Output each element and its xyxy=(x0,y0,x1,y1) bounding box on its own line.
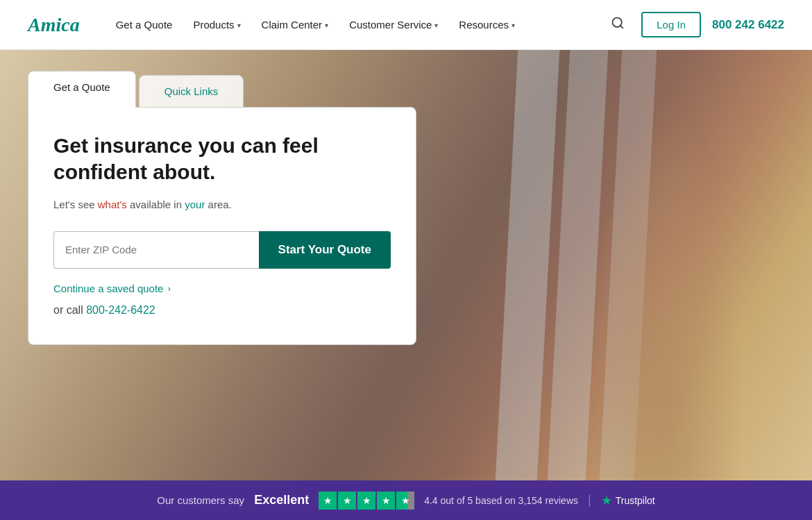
hero-section: Get a Quote Quick Links Get insurance yo… xyxy=(0,50,812,480)
tp-star-2: ★ xyxy=(338,492,356,510)
tp-star-3: ★ xyxy=(357,492,375,510)
login-button[interactable]: Log In xyxy=(641,12,701,37)
nav-claim-center[interactable]: Claim Center ▾ xyxy=(253,13,337,36)
card-tabs: Get a Quote Quick Links xyxy=(28,71,416,108)
tp-star-4: ★ xyxy=(377,492,395,510)
svg-line-1 xyxy=(620,26,623,28)
call-text: or call 800-242-6422 xyxy=(53,304,391,317)
trustpilot-score: 4.4 out of 5 based on 3,154 reviews xyxy=(424,495,578,506)
trustpilot-prefix: Our customers say xyxy=(157,494,244,506)
chevron-down-icon: ▾ xyxy=(237,22,241,29)
nav-get-a-quote[interactable]: Get a Quote xyxy=(108,13,181,36)
nav-resources[interactable]: Resources ▾ xyxy=(450,13,523,36)
tab-quick-links[interactable]: Quick Links xyxy=(139,75,244,108)
call-phone-link[interactable]: 800-242-6422 xyxy=(86,304,155,316)
quote-form: Start Your Quote xyxy=(53,231,391,269)
brand-logo[interactable]: Amica xyxy=(28,14,80,36)
saved-quote-link[interactable]: Continue a saved quote › xyxy=(53,283,391,294)
zip-input[interactable] xyxy=(53,231,259,269)
card-headline: Get insurance you can feel confident abo… xyxy=(53,133,391,185)
card-subtext: Let's see what's available in your area. xyxy=(53,197,391,213)
trustpilot-stars: ★ ★ ★ ★ ★ xyxy=(319,492,414,510)
quote-card-body: Get insurance you can feel confident abo… xyxy=(28,107,416,345)
header-phone: 800 242 6422 xyxy=(712,18,784,32)
trustpilot-bar: Our customers say Excellent ★ ★ ★ ★ ★ 4.… xyxy=(0,480,812,520)
trustpilot-logo[interactable]: ★ Trustpilot xyxy=(601,493,655,508)
tp-divider: | xyxy=(588,493,591,508)
search-button[interactable] xyxy=(605,10,630,39)
header: Amica Get a Quote Products ▾ Claim Cente… xyxy=(0,0,812,50)
nav-customer-service[interactable]: Customer Service ▾ xyxy=(341,13,446,36)
tp-star-5: ★ xyxy=(396,492,414,510)
chevron-down-icon: ▾ xyxy=(511,22,515,29)
search-icon xyxy=(611,16,625,30)
chevron-right-icon: › xyxy=(167,283,170,294)
chevron-down-icon: ▾ xyxy=(434,22,438,29)
tp-star-1: ★ xyxy=(319,492,337,510)
header-actions: Log In 800 242 6422 xyxy=(605,10,784,39)
quote-card-container: Get a Quote Quick Links Get insurance yo… xyxy=(28,71,416,345)
trustpilot-excellent: Excellent xyxy=(254,493,309,508)
start-quote-button[interactable]: Start Your Quote xyxy=(259,231,391,269)
main-nav: Get a Quote Products ▾ Claim Center ▾ Cu… xyxy=(108,13,606,36)
figure-hint xyxy=(590,99,743,480)
trustpilot-logo-star: ★ xyxy=(601,493,612,508)
chevron-down-icon: ▾ xyxy=(325,22,328,29)
tab-get-a-quote[interactable]: Get a Quote xyxy=(28,71,136,108)
nav-products[interactable]: Products ▾ xyxy=(185,13,248,36)
trustpilot-brand: Trustpilot xyxy=(616,495,655,506)
